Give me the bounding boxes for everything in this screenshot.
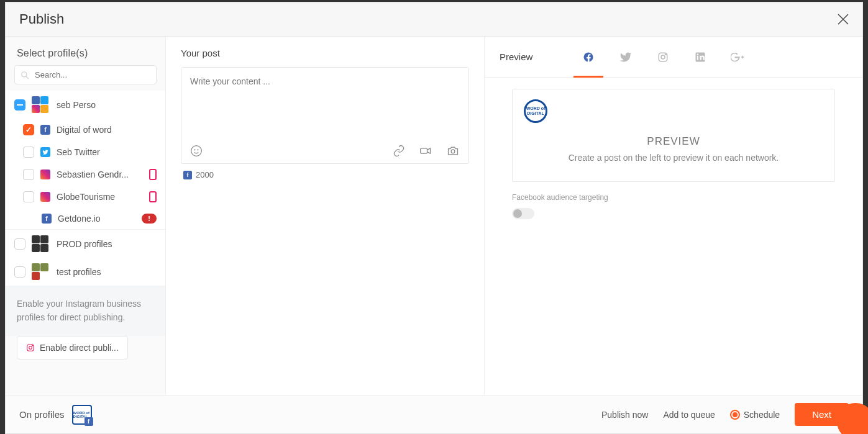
modal-header: Publish [6,2,862,37]
preview-column: Preview W [485,37,862,395]
mobile-icon [149,169,157,180]
tab-googleplus[interactable] [719,37,756,77]
alert-badge: ! [142,214,157,224]
profile-group-test[interactable]: test profiles [6,258,165,286]
modal-footer: On profiles WORD of DIGITAL f Publish no… [6,395,862,433]
publish-now-option[interactable]: Publish now [601,410,649,420]
radio-icon [730,410,740,420]
checkbox[interactable] [23,124,34,135]
tab-linkedin[interactable] [682,37,719,77]
preview-body: WORD of DIGITAL PREVIEW Create a post on… [485,78,862,395]
checkbox[interactable] [23,169,34,180]
profile-group-prod[interactable]: PROD profiles [6,229,165,258]
svg-rect-8 [421,148,427,153]
profiles-sidebar: Select profile(s) [6,37,166,395]
svg-point-5 [191,146,202,156]
targeting-toggle[interactable] [512,208,534,219]
group-label: seb Perso [57,100,157,110]
preview-tabs: Preview [485,37,862,78]
facebook-icon: f [85,417,93,426]
instagram-icon [40,192,50,202]
on-profiles-label: On profiles [19,409,65,420]
modal-title: Publish [19,11,64,27]
profile-seb-twitter[interactable]: Seb Twitter [6,141,165,163]
emoji-icon[interactable] [190,145,203,157]
search-input[interactable] [14,65,157,84]
checkbox[interactable] [14,238,25,250]
tab-twitter[interactable] [607,37,644,77]
avatar: WORD of DIGITAL [524,99,547,123]
instagram-hint-text: Enable your Instagram business profiles … [6,286,165,336]
checkbox-partial[interactable] [14,99,25,111]
add-to-queue-option[interactable]: Add to queue [663,410,715,420]
select-profiles-label: Select profile(s) [6,37,165,65]
group-avatars [32,263,50,280]
compose-toolbar [181,138,468,163]
button-label: Enable direct publi... [40,343,119,353]
svg-point-9 [451,150,455,153]
profile-digital-of-word[interactable]: f Digital of word [6,119,165,141]
publish-modal: Publish Select profile(s) [5,2,863,434]
group-avatars [32,235,50,252]
svg-point-15 [697,53,699,55]
profile-globetourisme[interactable]: GlobeTourisme [6,186,165,208]
facebook-icon: f [40,125,50,135]
enable-direct-publishing-button[interactable]: Enable direct publi... [17,336,128,359]
preview-card-desc: Create a post on the left to preview it … [524,153,823,163]
checkbox[interactable] [23,147,34,158]
group-avatars [32,96,50,113]
facebook-icon: f [42,214,52,224]
preview-card-title: PREVIEW [524,135,823,148]
profile-group-seb-perso[interactable]: seb Perso [6,91,165,119]
profile-sebastien-gendr[interactable]: Sebastien Gendr... [6,163,165,186]
compose-title: Your post [181,48,469,58]
profile-label: Seb Twitter [57,147,157,157]
link-icon[interactable] [393,145,405,157]
svg-point-7 [198,150,198,150]
profile-label: GlobeTourisme [57,192,143,202]
mobile-icon [149,191,157,202]
tab-instagram[interactable] [644,37,682,77]
profile-label: Getdone.io [58,214,135,224]
tab-facebook[interactable] [570,37,607,77]
checkbox[interactable] [14,266,25,278]
targeting-label: Facebook audience targeting [512,193,835,202]
camera-icon[interactable] [446,145,460,157]
search-icon [21,71,29,79]
svg-point-0 [22,71,27,76]
group-label: test profiles [57,267,157,277]
twitter-icon [40,147,50,157]
profile-label: Sebastien Gendr... [57,170,143,179]
compose-column: Your post [166,37,485,395]
close-icon[interactable] [838,14,849,25]
char-count: 2000 [196,170,214,179]
svg-line-1 [26,76,29,78]
video-icon[interactable] [419,145,432,157]
profile-label: Digital of word [57,125,157,135]
compose-box [181,67,469,164]
preview-card: WORD of DIGITAL PREVIEW Create a post on… [512,89,835,182]
facebook-icon: f [183,171,192,179]
sidebar-scroll[interactable]: Select profile(s) [6,37,165,395]
selected-profile-avatar[interactable]: WORD of DIGITAL f [72,405,92,425]
svg-rect-14 [697,55,698,60]
instagram-icon [26,343,35,352]
profile-getdone[interactable]: f Getdone.io ! [6,208,165,229]
schedule-label: Schedule [744,410,780,420]
char-count-row: f 2000 [181,164,469,186]
preview-label: Preview [500,52,532,62]
schedule-option[interactable]: Schedule [730,410,780,420]
group-label: PROD profiles [57,239,157,249]
svg-point-4 [32,345,33,346]
svg-point-3 [29,346,32,349]
checkbox[interactable] [23,191,34,202]
instagram-icon [40,170,50,179]
content-textarea[interactable] [181,68,468,136]
svg-point-6 [194,150,195,150]
svg-point-12 [665,53,667,55]
modal-body: Select profile(s) [6,37,862,395]
svg-point-11 [661,55,665,59]
